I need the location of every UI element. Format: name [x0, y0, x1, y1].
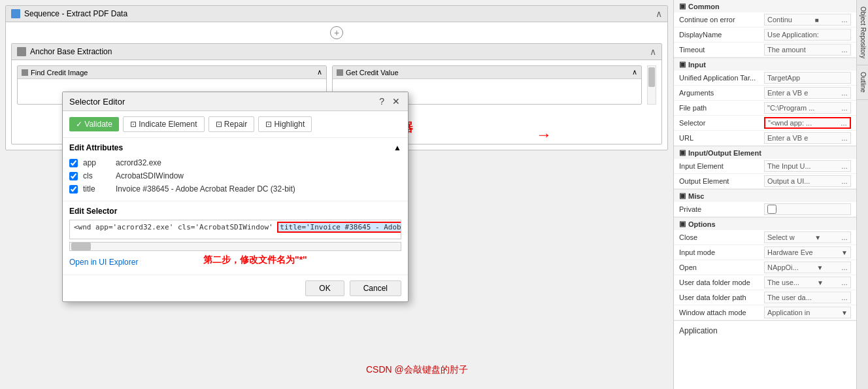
io-section: ▣ Input/Output Element Input Element The…: [674, 146, 856, 190]
prop-value-output-element[interactable]: Output a UI... …: [764, 175, 851, 187]
inner-block-header-0: Find Credit Image ∧: [18, 66, 326, 79]
prop-label-user-data-folder-mode: User data folder mode: [679, 279, 764, 286]
input-label: Input: [688, 61, 706, 69]
prop-value-arguments[interactable]: Enter a VB e …: [764, 87, 851, 99]
prop-dots-arguments[interactable]: …: [841, 90, 848, 97]
prop-row-input-element: Input Element The Input U... …: [674, 159, 856, 174]
attr-row-1: cls AcrobatSDIWindow: [69, 169, 401, 182]
anchor-header: Anchor Base Extraction ∧: [12, 44, 661, 60]
indicate-element-btn[interactable]: ⊡ Indicate Element: [123, 116, 205, 132]
prop-value-displayname-text: Use Application:: [767, 31, 819, 39]
inner-block-collapse-0[interactable]: ∧: [317, 68, 322, 76]
tab-object-repository[interactable]: Object Repository: [857, 0, 868, 65]
prop-dropdown-open[interactable]: ▼: [816, 264, 823, 271]
prop-dots-output-element[interactable]: …: [841, 178, 848, 185]
add-activity-btn[interactable]: +: [330, 26, 343, 39]
ok-btn[interactable]: OK: [305, 280, 344, 296]
prop-label-input-element: Input Element: [679, 162, 764, 170]
prop-value-close[interactable]: Select w ▼ …: [764, 231, 851, 243]
misc-section: ▣ Misc Private: [674, 190, 856, 218]
prop-row-close: Close Select w ▼ …: [674, 230, 856, 245]
prop-label-url: URL: [679, 134, 764, 142]
edit-attrs-collapse-icon[interactable]: ▲: [393, 143, 401, 152]
prop-label-private: Private: [679, 205, 764, 213]
options-section-header: ▣ Options: [674, 218, 856, 230]
prop-value-unified-text: TargetApp: [767, 74, 800, 82]
scrollbar-thumb: [648, 67, 655, 87]
dialog-close-btn[interactable]: ✕: [391, 96, 401, 107]
sequence-collapse-btn[interactable]: ∧: [656, 8, 662, 19]
inner-block-title-1: Get Credit Value: [346, 69, 399, 76]
prop-row-selector: Selector "<wnd app: ... …: [674, 116, 856, 131]
prop-value-continue-text: Continu: [767, 16, 792, 24]
anchor-collapse-btn[interactable]: ∧: [650, 46, 656, 57]
prop-row-output-element: Output Element Output a UI... …: [674, 174, 856, 189]
prop-value-selector[interactable]: "<wnd app: ... …: [764, 117, 851, 129]
prop-value-url[interactable]: Enter a VB e …: [764, 132, 851, 144]
prop-value-timeout[interactable]: The amount …: [764, 44, 851, 56]
dialog-help-btn[interactable]: ?: [378, 96, 386, 107]
inner-block-icon-1: [337, 69, 343, 76]
inner-block-header-1: Get Credit Value ∧: [333, 66, 641, 79]
prop-value-continue[interactable]: Continu ■ …: [764, 14, 851, 25]
prop-dots-continue[interactable]: …: [841, 16, 848, 24]
prop-row-displayname: DisplayName Use Application:: [674, 27, 856, 42]
prop-value-unified[interactable]: TargetApp: [764, 72, 851, 84]
cancel-btn[interactable]: Cancel: [350, 280, 401, 296]
prop-dropdown-window-attach[interactable]: ▼: [841, 309, 848, 316]
main-area: Sequence - Extract PDF Data ∧ + Anchor B…: [0, 0, 673, 389]
prop-row-filepath: File path "C:\Program ... …: [674, 101, 856, 116]
prop-dots-url[interactable]: …: [841, 135, 848, 142]
prop-row-user-data-folder-path: User data folder path The user da... …: [674, 290, 856, 305]
prop-value-open[interactable]: NAppOi... ▼ …: [764, 262, 851, 273]
prop-value-filepath[interactable]: "C:\Program ... …: [764, 102, 851, 114]
prop-value-user-data-folder-mode[interactable]: The use... ▼ …: [764, 277, 851, 288]
edit-selector-label: Edit Selector: [69, 207, 401, 216]
edit-attrs-title: Edit Attributes: [69, 143, 123, 152]
prop-dots-open[interactable]: …: [841, 264, 848, 271]
dialog-title: Selector Editor: [69, 97, 125, 107]
tab-outline[interactable]: Outline: [857, 65, 868, 100]
prop-dots-udfp[interactable]: …: [841, 294, 848, 301]
prop-row-private: Private: [674, 202, 856, 217]
repair-btn[interactable]: ⊡ Repair: [209, 116, 255, 132]
prop-dots-udfm[interactable]: …: [841, 279, 848, 286]
canvas-scrollbar[interactable]: [647, 65, 656, 105]
open-ui-explorer-link[interactable]: Open in UI Explorer: [69, 255, 138, 269]
prop-dots-timeout[interactable]: …: [841, 46, 848, 54]
prop-dropdown-input-mode[interactable]: ▼: [841, 249, 848, 256]
prop-checkbox-private[interactable]: [767, 205, 776, 214]
dialog-controls: ? ✕: [378, 96, 401, 107]
prop-value-private[interactable]: [764, 203, 851, 215]
prop-value-udfm-text: The use...: [767, 279, 799, 286]
inner-block-collapse-1[interactable]: ∧: [632, 68, 637, 76]
prop-dots-selector[interactable]: …: [841, 120, 847, 127]
validate-btn[interactable]: ✓ Validate: [69, 117, 119, 131]
attr-checkbox-1[interactable]: [69, 172, 78, 180]
application-bottom-label: Application: [674, 321, 856, 341]
prop-value-window-attach-text: Application in: [767, 309, 810, 316]
prop-value-window-attach[interactable]: Application in ▼: [764, 307, 851, 318]
prop-row-input-mode: Input mode Hardware Eve ▼: [674, 245, 856, 260]
prop-value-displayname[interactable]: Use Application:: [764, 29, 851, 41]
io-section-header: ▣ Input/Output Element: [674, 146, 856, 159]
prop-dots-close[interactable]: …: [841, 234, 848, 241]
attr-checkbox-2[interactable]: [69, 185, 78, 194]
prop-dropdown-close[interactable]: ▼: [814, 234, 821, 241]
prop-btn-continue[interactable]: ■: [814, 16, 818, 24]
prop-value-user-data-folder-path[interactable]: The user da... …: [764, 292, 851, 303]
selector-scrollbar[interactable]: [69, 242, 401, 251]
prop-value-input-element[interactable]: The Input U... …: [764, 160, 851, 172]
highlight-btn[interactable]: ⊡ Highlight: [258, 116, 312, 132]
prop-dots-input-element[interactable]: …: [841, 163, 848, 170]
attr-checkbox-0[interactable]: [69, 159, 78, 167]
prop-value-input-mode[interactable]: Hardware Eve ▼: [764, 246, 851, 258]
prop-dropdown-udfm[interactable]: ▼: [817, 279, 824, 286]
io-label: Input/Output Element: [688, 149, 761, 157]
selector-input-box[interactable]: <wnd app='acrord32.exe' cls='AcrobatSDIW…: [69, 220, 401, 239]
prop-dots-filepath[interactable]: …: [841, 105, 848, 112]
attr-name-1: cls: [83, 171, 116, 180]
anchor-title: Anchor Base Extraction: [17, 47, 112, 56]
input-section-header: ▣ Input: [674, 58, 856, 71]
anchor-title-text: Anchor Base Extraction: [30, 47, 112, 56]
